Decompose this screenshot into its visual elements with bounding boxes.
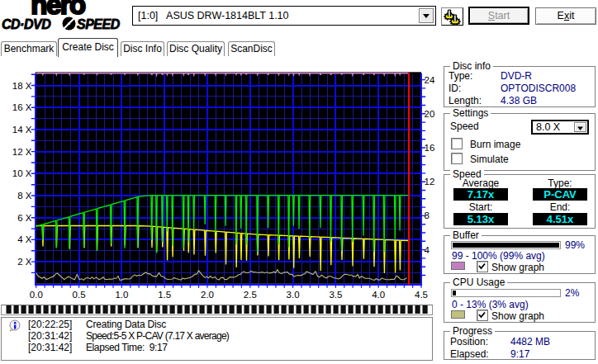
svg-text:24: 24 [425, 75, 435, 85]
svg-text:3.0: 3.0 [287, 290, 300, 300]
svg-text:2.0: 2.0 [201, 290, 214, 300]
svg-text:2 X: 2 X [17, 257, 32, 267]
svg-text:3.5: 3.5 [329, 290, 342, 300]
svg-text:16: 16 [425, 143, 435, 153]
svg-text:14 X: 14 X [12, 125, 32, 135]
svg-text:1.0: 1.0 [115, 290, 128, 300]
svg-text:0.5: 0.5 [73, 290, 86, 300]
svg-text:18 X: 18 X [12, 81, 32, 91]
svg-text:4.0: 4.0 [372, 290, 385, 300]
svg-text:4.5: 4.5 [415, 290, 428, 300]
svg-text:SPEED: SPEED [77, 17, 121, 31]
svg-text:1.5: 1.5 [158, 290, 171, 300]
svg-text:8 X: 8 X [17, 191, 32, 201]
svg-text:12: 12 [425, 177, 435, 187]
svg-text:0.0: 0.0 [30, 290, 43, 300]
svg-text:2.5: 2.5 [244, 290, 257, 300]
svg-text:12 X: 12 X [12, 147, 32, 157]
svg-text:CD·DVD: CD·DVD [2, 17, 51, 31]
svg-text:20: 20 [425, 109, 435, 119]
svg-text:4 X: 4 X [17, 234, 32, 244]
svg-text:8: 8 [425, 210, 430, 220]
svg-text:10 X: 10 X [12, 168, 32, 178]
svg-text:6 X: 6 X [17, 213, 32, 223]
svg-text:4: 4 [425, 245, 430, 255]
svg-text:16 X: 16 X [12, 102, 32, 112]
